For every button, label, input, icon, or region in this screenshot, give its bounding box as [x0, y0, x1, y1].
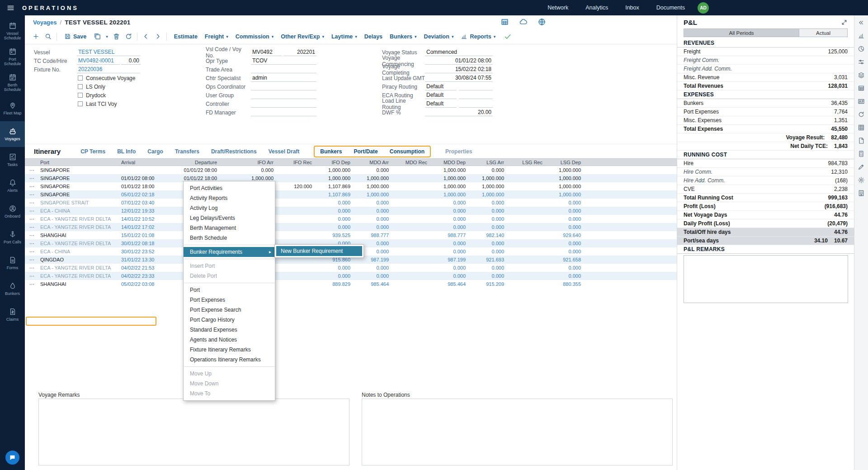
mdo-dep-cell[interactable]: 0.000 — [432, 224, 470, 230]
port-cell[interactable]: ECA - YANGTZE RIVER DELTA — [38, 224, 121, 230]
arrival-cell[interactable]: 05/02/22 03:08 — [121, 281, 157, 287]
toolbar-menu-button[interactable]: Laytime ▾ — [329, 33, 360, 40]
top-nav-item[interactable]: Documents — [656, 5, 685, 11]
search-icon[interactable] — [44, 33, 52, 40]
mdo-arr-cell[interactable]: 985.464 — [355, 281, 393, 287]
mdo-arr-cell[interactable]: 0.000 — [355, 273, 393, 279]
context-menu-item[interactable]: Leg Delays/Events — [184, 213, 275, 223]
mdo-dep-cell[interactable]: 1,000.000 — [432, 167, 470, 173]
mdo-dep-cell[interactable]: 0.000 — [432, 200, 470, 205]
column-header[interactable]: LSG Rec — [509, 160, 547, 165]
routing-extra-field[interactable] — [459, 83, 493, 90]
sidebar-item[interactable]: Berth Schedule — [0, 70, 25, 95]
lsg-arr-cell[interactable]: 0.000 — [470, 208, 509, 214]
sidebar-item[interactable]: Tasks — [0, 147, 25, 173]
rail-icon[interactable] — [858, 58, 865, 66]
user-avatar[interactable]: AD — [698, 2, 709, 14]
rail-icon[interactable] — [858, 176, 865, 184]
date-field[interactable]: 01/01/22 08:00 — [425, 57, 493, 65]
mdo-dep-cell[interactable]: 0.000 — [432, 265, 470, 271]
form-field[interactable] — [251, 83, 316, 90]
toolbar-menu-button[interactable]: Deviation ▾ — [421, 33, 457, 40]
notes-to-operations-input[interactable] — [362, 399, 673, 465]
ifo-dep-cell[interactable]: 0.000 — [316, 224, 355, 230]
port-cell[interactable]: QINGDAO — [38, 257, 121, 262]
rail-icon[interactable] — [858, 45, 865, 52]
top-nav-item[interactable]: Analytics — [585, 5, 608, 11]
context-menu-item[interactable] — [184, 366, 274, 367]
context-menu-item[interactable]: Activity Log — [184, 203, 275, 213]
ifo-dep-cell[interactable]: 0.000 — [316, 273, 355, 279]
context-menu-item[interactable]: Port Expense Search — [184, 305, 275, 315]
routing-field[interactable]: Default — [425, 92, 457, 99]
column-header[interactable]: IFO Arr — [221, 160, 278, 165]
lsg-dep-cell[interactable]: 1,000.000 — [547, 167, 585, 173]
arrival-cell[interactable]: 01/01/22 08:00 — [121, 176, 157, 181]
checkbox-row[interactable]: LS Only — [34, 82, 141, 91]
column-header[interactable]: Departure — [157, 160, 221, 165]
form-field[interactable] — [251, 100, 316, 108]
sidebar-item[interactable]: Fleet Map — [0, 95, 25, 121]
lsg-arr-cell[interactable]: 1,000.000 — [470, 176, 509, 181]
checkbox[interactable] — [78, 101, 83, 106]
row-menu-icon[interactable] — [25, 215, 38, 223]
sidebar-item[interactable]: Voyages — [0, 121, 25, 147]
mdo-arr-cell[interactable]: 0.000 — [355, 224, 393, 230]
fixture-no-field[interactable]: 20220036 — [77, 66, 140, 73]
itinerary-tab[interactable]: Vessel Draft — [269, 148, 300, 155]
form-field[interactable] — [251, 66, 316, 73]
next-voyage-icon[interactable] — [154, 33, 162, 40]
toolbar-menu-button[interactable]: Other Rev/Exp ▾ — [278, 33, 327, 40]
port-cell[interactable]: SINGAPORE STRAIT — [38, 200, 121, 205]
row-menu-icon[interactable] — [25, 272, 38, 280]
routing-field[interactable]: Default — [425, 83, 457, 90]
mdo-arr-cell[interactable]: 0.000 — [355, 216, 393, 222]
lsg-dep-cell[interactable]: 0.000 — [547, 224, 585, 230]
arrival-cell[interactable]: 12/01/22 19:33 — [121, 208, 157, 214]
toolbar-menu-button[interactable]: Bunkers ▾ — [387, 33, 420, 40]
lsg-arr-cell[interactable]: 0.000 — [470, 265, 509, 271]
routing-extra-field[interactable] — [459, 92, 493, 99]
mdo-dep-cell[interactable]: 1,000.000 — [432, 184, 470, 189]
column-header[interactable]: LSG Dep — [547, 160, 585, 165]
lsg-dep-cell[interactable]: 929.640 — [547, 233, 585, 238]
globe-icon[interactable] — [538, 18, 546, 26]
column-header[interactable]: IFO Dep — [316, 160, 355, 165]
row-menu-icon[interactable] — [25, 264, 38, 272]
mdo-dep-cell[interactable]: 1,000.000 — [432, 176, 470, 181]
sidebar-item[interactable]: Port Calls — [0, 224, 25, 250]
toolbar-menu-button[interactable]: Delays ▾ — [362, 33, 385, 40]
arrival-cell[interactable]: 04/02/22 21:53 — [121, 265, 157, 271]
toolbar-menu-button[interactable]: Estimate ▾ — [171, 33, 200, 40]
port-cell[interactable]: SINGAPORE — [38, 184, 121, 189]
table-row[interactable]: ECA - CHINA 12/01/22 19:33 12/01/22 19:3… — [25, 207, 677, 215]
mdo-arr-cell[interactable]: 1,000.000 — [355, 176, 393, 181]
arrival-cell[interactable]: 30/01/22 23:52 — [121, 249, 157, 254]
context-menu-item[interactable]: Insert Port — [184, 261, 275, 271]
table-row[interactable]: SINGAPORE 01/01/22 08:00 01/01/22 18:00 … — [25, 174, 677, 182]
arrival-cell[interactable]: 07/01/22 03:40 — [121, 200, 157, 205]
spreadsheet-icon[interactable] — [500, 18, 509, 26]
sidebar-item[interactable]: Onboard — [0, 199, 25, 224]
form-field[interactable] — [251, 92, 316, 99]
context-menu-item[interactable] — [184, 245, 274, 245]
mdo-arr-cell[interactable]: 988.777 — [355, 233, 393, 238]
lsg-arr-cell[interactable]: 921.693 — [470, 257, 509, 262]
tab-actual[interactable]: Actual — [799, 29, 847, 37]
routing-extra-field[interactable] — [459, 100, 493, 108]
table-row[interactable]: SINGAPORE 01/01/22 18:00 05/01/22 02:18 … — [25, 182, 677, 190]
lsg-dep-cell[interactable]: 0.000 — [547, 216, 585, 222]
rail-icon[interactable] — [858, 19, 865, 26]
tab-all-periods[interactable]: All Periods — [684, 29, 799, 37]
rail-icon[interactable] — [858, 124, 865, 131]
mdo-dep-cell[interactable]: 987.199 — [432, 257, 470, 262]
lsg-arr-cell[interactable]: 982.140 — [470, 233, 509, 238]
port-cell[interactable]: ECA - YANGTZE RIVER DELTA — [38, 216, 121, 222]
rail-icon[interactable] — [858, 98, 865, 105]
context-menu-item[interactable]: Port — [184, 285, 275, 295]
mdo-arr-cell[interactable]: 0.000 — [355, 200, 393, 205]
form-field[interactable]: admin — [251, 75, 316, 82]
arrival-cell[interactable]: 15/01/22 01:08 — [121, 233, 157, 238]
top-nav-item[interactable]: Inbox — [625, 5, 639, 11]
ifo-dep-cell[interactable]: 1,107.869 — [316, 184, 355, 189]
